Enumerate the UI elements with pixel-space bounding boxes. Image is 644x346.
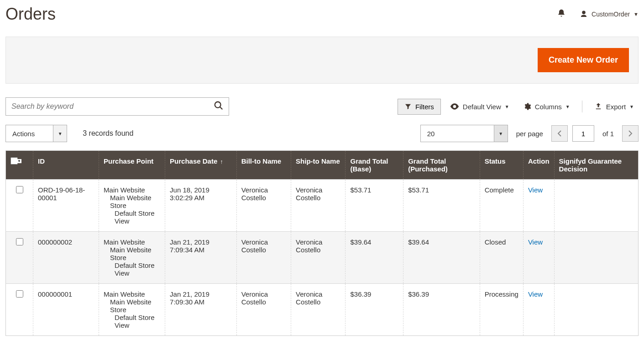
controls-right: 20 ▼ per page of 1	[420, 125, 639, 142]
export-button[interactable]: Export ▼	[590, 100, 639, 113]
row-checkbox[interactable]	[16, 238, 23, 245]
grid-controls-bottom: Actions ▼ 3 records found 20 ▼ per page …	[0, 121, 644, 150]
pagination: of 1	[551, 125, 639, 142]
row-checkbox[interactable]	[16, 186, 23, 193]
per-page-label: per page	[516, 130, 543, 138]
cell-action: View	[523, 180, 554, 232]
view-link[interactable]: View	[528, 186, 543, 194]
cell-gt-base: $39.64	[346, 232, 403, 284]
search-icon[interactable]	[214, 101, 224, 112]
cell-gt-purchased: $53.71	[403, 180, 480, 232]
col-bill-to[interactable]: Bill-to Name	[236, 151, 291, 180]
caret-down-icon: ▼	[634, 11, 639, 17]
cell-bill-to: Veronica Costello	[236, 284, 291, 336]
cell-action: View	[523, 284, 554, 336]
svg-line-1	[220, 107, 223, 110]
separator	[582, 101, 582, 112]
caret-down-icon: ▼	[565, 104, 570, 109]
records-found: 3 records found	[83, 129, 133, 138]
next-page-button[interactable]	[622, 125, 639, 142]
grid-toolbar: Filters Default View ▼ Columns ▼ Export …	[398, 99, 639, 115]
cell-purchase-point: Main WebsiteMain Website StoreDefault St…	[99, 284, 165, 336]
sort-asc-icon: ↑	[220, 158, 223, 165]
columns-button[interactable]: Columns ▼	[518, 100, 575, 113]
per-page-select[interactable]: 20 ▼	[420, 125, 508, 142]
col-purchase-date[interactable]: Purchase Date↑	[165, 151, 237, 180]
cell-gt-base: $53.71	[346, 180, 403, 232]
chevron-right-icon	[628, 130, 633, 137]
table-row: 000000002Main WebsiteMain Website StoreD…	[6, 232, 639, 284]
col-signifyd[interactable]: Signifyd Guarantee Decision	[554, 151, 638, 180]
col-gt-purchased[interactable]: Grand Total (Purchased)	[403, 151, 480, 180]
caret-down-icon: ▼	[629, 104, 634, 109]
cell-ship-to: Veronica Costello	[291, 180, 346, 232]
cell-ship-to: Veronica Costello	[291, 284, 346, 336]
cell-signifyd	[554, 232, 638, 284]
row-checkbox-cell	[6, 284, 33, 336]
search-input[interactable]	[5, 97, 229, 116]
cell-purchase-date: Jun 18, 2019 3:02:29 AM	[165, 180, 237, 232]
create-new-order-button[interactable]: Create New Order	[538, 48, 629, 72]
svg-point-0	[215, 102, 221, 108]
cell-purchase-point: Main WebsiteMain Website StoreDefault St…	[99, 180, 165, 232]
cell-gt-purchased: $36.39	[403, 284, 480, 336]
cell-purchase-point: Main WebsiteMain Website StoreDefault St…	[99, 232, 165, 284]
cell-bill-to: Veronica Costello	[236, 180, 291, 232]
view-link[interactable]: View	[528, 290, 543, 298]
col-status[interactable]: Status	[480, 151, 523, 180]
caret-down-icon: ▼	[505, 104, 509, 109]
caret-down-icon[interactable]: ▼	[17, 159, 21, 163]
caret-down-icon: ▼	[494, 125, 508, 142]
prev-page-button[interactable]	[551, 125, 568, 142]
cell-action: View	[523, 232, 554, 284]
table-row: 000000001Main WebsiteMain Website StoreD…	[6, 284, 639, 336]
cell-signifyd	[554, 180, 638, 232]
col-gt-base[interactable]: Grand Total (Base)	[346, 151, 403, 180]
export-icon	[594, 102, 602, 111]
cell-status: Processing	[480, 284, 523, 336]
col-purchase-point[interactable]: Purchase Point	[99, 151, 165, 180]
col-action: Action	[523, 151, 554, 180]
caret-down-icon: ▼	[53, 125, 67, 142]
col-id[interactable]: ID	[33, 151, 99, 180]
gear-icon	[523, 102, 531, 111]
view-link[interactable]: View	[528, 238, 543, 246]
cell-id: 000000001	[33, 284, 99, 336]
row-checkbox-cell	[6, 232, 33, 284]
row-checkbox-cell	[6, 180, 33, 232]
cell-id: 000000002	[33, 232, 99, 284]
chevron-left-icon	[557, 130, 562, 137]
cell-id: ORD-19-06-18-00001	[33, 180, 99, 232]
header-tools: CustomOrder ▼	[557, 9, 639, 20]
cell-status: Closed	[480, 232, 523, 284]
page-title: Orders	[5, 5, 56, 24]
cell-purchase-date: Jan 21, 2019 7:09:34 AM	[165, 232, 237, 284]
actions-bar: Create New Order	[5, 37, 639, 84]
cell-ship-to: Veronica Costello	[291, 232, 346, 284]
cell-purchase-date: Jan 21, 2019 7:09:30 AM	[165, 284, 237, 336]
page-input[interactable]	[572, 125, 594, 142]
filters-button[interactable]: Filters	[398, 99, 441, 115]
mass-actions-select[interactable]: Actions ▼	[5, 125, 67, 142]
controls-left: Actions ▼ 3 records found	[5, 125, 133, 142]
user-icon	[580, 10, 588, 18]
row-checkbox[interactable]	[16, 290, 23, 298]
default-view-button[interactable]: Default View ▼	[445, 100, 514, 113]
cell-gt-purchased: $39.64	[403, 232, 480, 284]
orders-table: ▼ ID Purchase Point Purchase Date↑ Bill-…	[5, 150, 639, 336]
cell-signifyd	[554, 284, 638, 336]
funnel-icon	[404, 103, 412, 110]
account-menu[interactable]: CustomOrder ▼	[580, 10, 639, 18]
col-ship-to[interactable]: Ship-to Name	[291, 151, 346, 180]
page-header: Orders CustomOrder ▼	[0, 0, 644, 37]
table-row: ORD-19-06-18-00001Main WebsiteMain Websi…	[6, 180, 639, 232]
col-checkbox: ▼	[6, 151, 33, 180]
account-username: CustomOrder	[592, 11, 630, 18]
notifications-icon[interactable]	[557, 9, 566, 20]
search-box	[5, 97, 229, 116]
cell-bill-to: Veronica Costello	[236, 232, 291, 284]
cell-status: Complete	[480, 180, 523, 232]
cell-gt-base: $36.39	[346, 284, 403, 336]
grid-controls-top: Filters Default View ▼ Columns ▼ Export …	[0, 84, 644, 121]
eye-icon	[450, 103, 459, 110]
